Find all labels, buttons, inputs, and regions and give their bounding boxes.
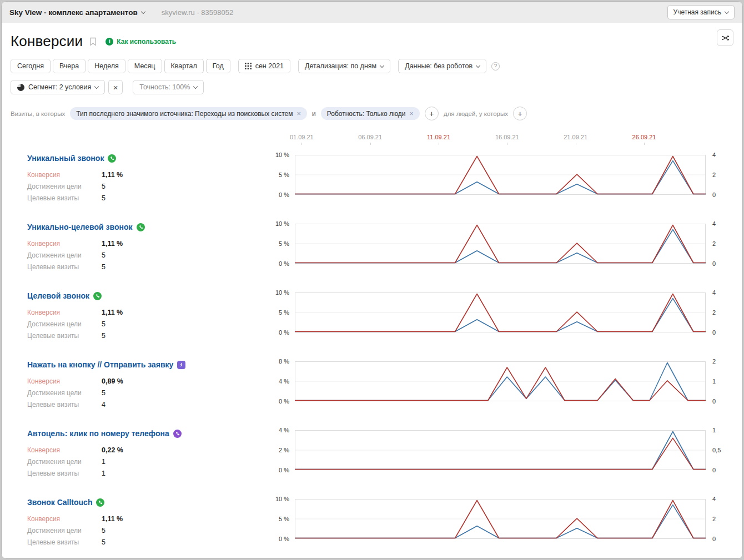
goal-chart[interactable] (295, 155, 706, 195)
goal-section: Уникально-целевой звонок Конверсия 1,11 … (11, 217, 733, 286)
chevron-down-icon (193, 84, 198, 88)
reaches-row: Достижения цели 5 (27, 251, 266, 259)
stat-label-visits: Целевые визиты (27, 263, 102, 271)
period-button[interactable]: Вчера (53, 59, 86, 73)
people-prefix-label: для людей, у которых (444, 110, 508, 117)
conversion-row: Конверсия 1,11 % (27, 309, 266, 316)
segment-conditions-row: Визиты, в которых Тип последнего значимо… (11, 107, 733, 120)
goal-chart[interactable] (295, 361, 706, 401)
close-icon[interactable]: × (297, 109, 301, 118)
counter-site-id: skyview.ru · 83598052 (162, 8, 233, 17)
goal-section: Звонок Calltouch Конверсия 1,11 % Достиж… (11, 492, 733, 559)
account-button-label: Учетная запись (673, 8, 721, 16)
conversion-row: Конверсия 1,11 % (27, 515, 266, 523)
segment-button[interactable]: Сегмент: 2 условия (11, 80, 105, 94)
goal-section: Автоцель: клик по номеру телефона Конвер… (11, 423, 733, 492)
goal-chart-block: 8 %4 %0 % 210 (266, 355, 728, 401)
stat-value-visits: 1 (102, 470, 105, 477)
goal-chart[interactable] (295, 224, 706, 264)
goal-title-link[interactable]: Целевой звонок (27, 291, 266, 300)
data-mode-label: Данные: без роботов (405, 62, 472, 70)
chart-left-axis: 10 %5 %0 % (266, 224, 295, 264)
period-button[interactable]: Месяц (128, 59, 162, 73)
stat-value-reaches: 5 (102, 389, 105, 397)
shuffle-icon (721, 34, 730, 42)
bookmark-icon[interactable] (89, 37, 97, 46)
goal-chart[interactable] (295, 430, 706, 470)
how-to-use-label: Как использовать (117, 38, 176, 46)
stat-value-reaches: 5 (102, 183, 105, 190)
chevron-down-icon (725, 9, 729, 13)
goal-chart-block: 4 %2 %0 % 10,50 (266, 423, 728, 470)
goal-chart-block: 10 %5 %0 % 420 (266, 217, 728, 264)
stat-label-visits: Целевые визиты (27, 194, 102, 202)
detail-select[interactable]: Детализация: по дням (298, 59, 390, 73)
topbar: Sky View - комплекс апартаментов skyview… (2, 2, 742, 23)
reaches-row: Достижения цели 1 (27, 458, 266, 466)
accuracy-select[interactable]: Точность: 100% (133, 80, 204, 94)
stat-label-conversion: Конверсия (27, 515, 102, 523)
chart-right-axis: 420 (706, 499, 728, 539)
goal-title-link[interactable]: Звонок Calltouch (27, 498, 266, 507)
goal-info: Уникальный звонок Конверсия 1,11 % Дости… (11, 148, 266, 206)
period-toolbar: СегодняВчераНеделяМесяцКварталГод сен 20… (11, 59, 733, 73)
goal-title-link[interactable]: Автоцель: клик по номеру телефона (27, 429, 266, 438)
add-visit-condition-button[interactable]: + (425, 107, 439, 120)
goal-type-icon (173, 430, 182, 438)
goal-title-link[interactable]: Уникальный звонок (27, 154, 266, 163)
account-button[interactable]: Учетная запись (667, 5, 735, 19)
stat-value-visits: 5 (102, 194, 105, 202)
stat-label-visits: Целевые визиты (27, 538, 102, 546)
chart-left-axis: 8 %4 %0 % (266, 361, 295, 401)
period-button[interactable]: Неделя (88, 59, 125, 73)
filter-chip-robots[interactable]: Роботность: Только люди × (321, 107, 420, 120)
stat-label-visits: Целевые визиты (27, 470, 102, 477)
calendar-button[interactable]: сен 2021 (238, 59, 290, 73)
goal-title-text: Целевой звонок (27, 291, 89, 300)
stat-label-conversion: Конверсия (27, 171, 102, 179)
close-icon[interactable]: × (409, 109, 414, 118)
stat-label-reaches: Достижения цели (27, 458, 102, 466)
filter-chip-label: Тип последнего значимого источника: Пере… (76, 110, 293, 118)
stat-label-conversion: Конверсия (27, 240, 102, 248)
app-window: Sky View - комплекс апартаментов skyview… (1, 1, 743, 559)
data-mode-select[interactable]: Данные: без роботов (398, 59, 486, 73)
reaches-row: Достижения цели 5 (27, 527, 266, 534)
compare-segments-button[interactable] (717, 29, 733, 46)
segment-label: Сегмент: 2 условия (28, 83, 91, 91)
goal-type-icon (108, 154, 116, 163)
goals-list: Уникальный звонок Конверсия 1,11 % Дости… (11, 148, 733, 559)
goal-info: Целевой звонок Конверсия 1,11 % Достижен… (11, 286, 266, 344)
goal-section: Уникальный звонок Конверсия 1,11 % Дости… (11, 148, 733, 217)
goal-chart[interactable] (295, 292, 706, 332)
how-to-use-link[interactable]: i Как использовать (105, 38, 176, 46)
period-button[interactable]: Год (206, 59, 230, 73)
help-icon[interactable]: ? (491, 62, 500, 70)
goal-title-text: Нажать на кнопку // Отправить заявку (27, 360, 173, 369)
goal-title-text: Уникально-целевой звонок (27, 223, 133, 231)
goal-title-link[interactable]: Уникально-целевой звонок (27, 223, 266, 231)
period-buttons: СегодняВчераНеделяМесяцКварталГод (11, 59, 230, 73)
stat-label-reaches: Достижения цели (27, 183, 102, 190)
conjunction-label: и (312, 110, 316, 118)
chart-left-axis: 10 %5 %0 % (266, 155, 295, 195)
goal-type-icon (96, 498, 104, 507)
add-people-condition-button[interactable]: + (513, 107, 527, 120)
goal-info: Нажать на кнопку // Отправить заявку Кон… (11, 355, 266, 412)
goal-type-icon (177, 361, 185, 369)
stat-label-visits: Целевые визиты (27, 332, 102, 340)
conversion-row: Конверсия 1,11 % (27, 171, 266, 179)
chevron-down-icon (476, 63, 480, 67)
goal-title-link[interactable]: Нажать на кнопку // Отправить заявку (27, 360, 266, 369)
stat-value-conversion: 1,11 % (102, 309, 123, 316)
stat-value-visits: 5 (102, 263, 105, 271)
goal-chart[interactable] (295, 499, 706, 539)
period-button[interactable]: Сегодня (11, 59, 51, 73)
period-button[interactable]: Квартал (164, 59, 204, 73)
filter-chip-source[interactable]: Тип последнего значимого источника: Пере… (70, 107, 307, 120)
date-label: 11.09.21 (427, 134, 450, 140)
goal-title-text: Уникальный звонок (27, 154, 104, 163)
clear-segment-button[interactable]: × (108, 80, 123, 94)
detail-label: Детализация: по дням (305, 62, 376, 70)
counter-selector[interactable]: Sky View - комплекс апартаментов (9, 8, 145, 17)
